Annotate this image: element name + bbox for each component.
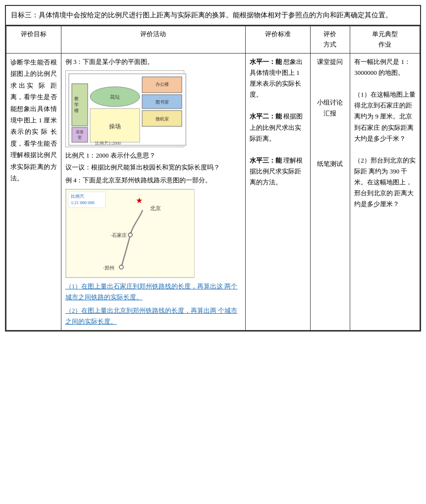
svg-text:·石家庄: ·石家庄: [110, 232, 127, 238]
col-header-2: 评价活动: [61, 26, 245, 54]
col1-cell: 诊断学生能否根据图上的比例尺求出实 际 距离，看学生是否能想象出具体情境中图上 …: [6, 53, 61, 330]
svg-text:·郑州: ·郑州: [103, 265, 114, 271]
svg-text:1:21 000 000: 1:21 000 000: [71, 200, 95, 205]
question2: 议一议：根据比例尺能算出校园长和宽的实际长度吗？: [65, 162, 241, 173]
svg-text:楼: 楼: [74, 108, 78, 113]
header-text: 目标三：具体情境中会按给定的比例尺进行图上距离与实际距离的换算。能根据物体相对于…: [11, 11, 392, 19]
col4-cell: 课堂提问 小组讨论汇报 纸笔测试: [310, 53, 350, 330]
school-map-svg: 北 教 学 楼 语音 室: [68, 73, 187, 146]
task1: （1）在图上量出石家庄到郑州铁路线的长度，再算出这 两个城市之间铁路的实际长度。: [65, 281, 241, 303]
col-header-1: 评价目标: [6, 26, 61, 54]
method1: 课堂提问: [315, 56, 346, 67]
col5-intro: 有一幅比例尺是 1：3000000 的地图。: [354, 56, 416, 78]
svg-text:★: ★: [136, 196, 143, 205]
school-map: 北 教 学 楼 语音 室: [65, 70, 184, 147]
col3-cell: 水平一：能 想象出具体情境中图上 1 厘米表示的实际长度。 水平二：能 根据图上…: [245, 53, 310, 330]
svg-text:操场: 操场: [109, 123, 121, 130]
svg-point-29: [128, 233, 132, 237]
page-wrapper: 目标三：具体情境中会按给定的比例尺进行图上距离与实际距离的换算。能根据物体相对于…: [5, 5, 421, 332]
svg-text:室: 室: [78, 135, 82, 140]
railway-map: 比例尺 1:21 000 000 ★ 北京 ·石家庄: [65, 189, 194, 278]
col-header-5: 单元典型作业: [350, 26, 420, 54]
level2: 水平二：能 根据图上的比例尺求出实际距离。: [250, 111, 306, 144]
svg-text:花坛: 花坛: [110, 94, 120, 100]
question1: 比例尺 1：2000 表示什么意思？: [65, 150, 241, 161]
svg-text:比例尺: 比例尺: [71, 194, 84, 199]
svg-text:微机室: 微机室: [155, 116, 168, 121]
level1-title: 水平一：能: [250, 58, 282, 65]
task2: （2）在图上量出北京到郑州铁路线的长度，再算出两 个城市之间的实际长度。: [65, 305, 241, 327]
svg-text:教: 教: [74, 96, 78, 101]
svg-text:比例尺1:2000: 比例尺1:2000: [95, 141, 121, 146]
col5-cell: 有一幅比例尺是 1：3000000 的地图。 （1）在这幅地图上量得北京到石家庄…: [350, 53, 420, 330]
method2: 小组讨论汇报: [315, 97, 346, 119]
svg-text:北京: 北京: [150, 205, 161, 211]
col2-cell: 例 3：下面是某小学的平面图。 北: [61, 53, 245, 330]
level2-title: 水平二：能: [250, 112, 282, 120]
example3-intro: 例 3：下面是某小学的平面图。: [65, 56, 241, 67]
example4-intro: 例 4：下面是北京至郑州铁路线路示意图的一部分。: [65, 175, 241, 186]
method3: 纸笔测试: [315, 159, 346, 169]
level1: 水平一：能 想象出具体情境中图上 1 厘米表示的实际长度。: [250, 56, 306, 100]
main-table: 评价目标 评价活动 评价标准 评价方式 单元典型作业 诊断学生能否根据图上的比例…: [6, 26, 420, 330]
col-header-4: 评价方式: [310, 26, 350, 54]
col5-q1: （1）在这幅地图上量得北京到石家庄的距离约为 9 厘米。北京到石家庄 的实际距离…: [354, 89, 416, 144]
header-section: 目标三：具体情境中会按给定的比例尺进行图上距离与实际距离的换算。能根据物体相对于…: [6, 6, 420, 26]
svg-text:学: 学: [74, 102, 78, 107]
svg-text:语音: 语音: [76, 130, 84, 134]
level3-title: 水平三：能: [250, 157, 282, 164]
col-header-3: 评价标准: [245, 26, 310, 54]
svg-point-31: [119, 265, 123, 269]
col5-q2: （2）邢台到北京的实际距 离约为 390 千米。在这幅地图上，邢台到北京的 距离…: [354, 155, 416, 210]
railway-map-svg: 比例尺 1:21 000 000 ★ 北京 ·石家庄: [66, 189, 195, 278]
level3: 水平三：能 理解根据比例尺求实际距离的方法。: [250, 155, 306, 188]
svg-text:办公楼: 办公楼: [155, 82, 168, 87]
svg-text:图书室: 图书室: [155, 100, 168, 105]
